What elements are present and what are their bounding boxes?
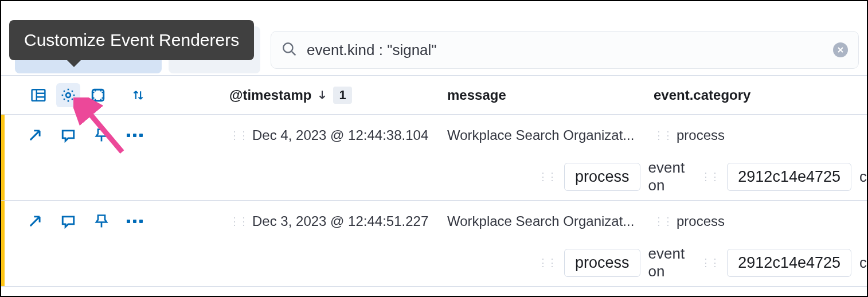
sort-desc-icon — [317, 87, 327, 103]
table-row: ⋮⋮ Dec 3, 2023 @ 12:44:51.227 Workplace … — [1, 201, 867, 287]
column-category-label: event.category — [654, 87, 750, 103]
drag-handle-icon[interactable]: ⋮⋮ — [538, 174, 556, 179]
svg-rect-9 — [92, 89, 104, 101]
svg-point-8 — [66, 93, 71, 97]
cell-timestamp: ⋮⋮ Dec 3, 2023 @ 12:44:51.227 — [229, 213, 447, 229]
drag-handle-icon[interactable]: ⋮⋮ — [538, 260, 556, 265]
drag-handle-icon[interactable]: ⋮⋮ — [229, 132, 248, 138]
pin-icon[interactable] — [93, 127, 110, 144]
fullscreen-button[interactable] — [86, 83, 110, 107]
customize-renderers-button[interactable] — [56, 83, 80, 107]
drag-handle-icon[interactable]: ⋮⋮ — [654, 132, 672, 138]
cell-message: Workplace Search Organizat... — [447, 127, 654, 143]
svg-point-0 — [283, 43, 292, 52]
more-actions-icon[interactable] — [126, 213, 143, 230]
column-timestamp-label: @timestamp — [229, 87, 311, 103]
renderer-trail: c — [859, 168, 867, 186]
renderer-verb: event on — [648, 245, 693, 280]
sort-button[interactable] — [126, 83, 150, 107]
svg-line-1 — [292, 52, 296, 56]
search-bar[interactable]: event.kind : "signal" — [271, 31, 859, 69]
event-renderer-row: ⋮⋮ process event on ⋮⋮ 2912c14e4725 c — [26, 242, 867, 283]
column-header-message[interactable]: message — [447, 87, 654, 103]
column-header-category[interactable]: event.category — [654, 87, 867, 103]
fields-browser-button[interactable] — [26, 83, 50, 107]
drag-handle-icon[interactable]: ⋮⋮ — [701, 174, 719, 179]
comment-icon[interactable] — [60, 213, 77, 230]
sort-order-badge: 1 — [333, 87, 351, 104]
search-query-text: event.kind : "signal" — [307, 41, 833, 59]
pin-icon[interactable] — [93, 213, 110, 230]
renderer-trail: c — [859, 254, 867, 272]
cell-message: Workplace Search Organizat... — [447, 213, 654, 229]
toolbar-row: @timestamp 1 message event.category — [1, 76, 867, 115]
row-highlight-bar — [1, 201, 5, 286]
tooltip-text: Customize Event Renderers — [24, 30, 239, 49]
event-renderer-row: ⋮⋮ process event on ⋮⋮ 2912c14e4725 c — [26, 156, 867, 197]
renderer-verb: event on — [648, 159, 693, 194]
renderer-host-pill[interactable]: 2912c14e4725 — [727, 249, 851, 277]
row-highlight-bar — [1, 115, 5, 200]
comment-icon[interactable] — [60, 127, 77, 144]
renderer-subject-pill[interactable]: process — [564, 249, 640, 277]
cell-category: ⋮⋮ process — [654, 213, 867, 229]
search-icon — [281, 41, 296, 58]
svg-rect-4 — [32, 89, 45, 101]
column-message-label: message — [447, 87, 506, 103]
renderer-subject-pill[interactable]: process — [564, 163, 640, 191]
column-header-timestamp[interactable]: @timestamp 1 — [229, 87, 447, 104]
customize-renderers-tooltip: Customize Event Renderers — [9, 20, 254, 60]
table-row: ⋮⋮ Dec 4, 2023 @ 12:44:38.104 Workplace … — [1, 115, 867, 201]
drag-handle-icon[interactable]: ⋮⋮ — [654, 218, 672, 224]
clear-search-button[interactable] — [833, 42, 848, 57]
more-actions-icon[interactable] — [126, 127, 143, 144]
expand-icon[interactable] — [26, 127, 44, 144]
drag-handle-icon[interactable]: ⋮⋮ — [229, 218, 248, 224]
expand-icon[interactable] — [26, 213, 44, 230]
renderer-host-pill[interactable]: 2912c14e4725 — [727, 163, 851, 191]
cell-timestamp: ⋮⋮ Dec 4, 2023 @ 12:44:38.104 — [229, 127, 447, 143]
cell-category: ⋮⋮ process — [654, 127, 867, 143]
drag-handle-icon[interactable]: ⋮⋮ — [701, 260, 719, 265]
